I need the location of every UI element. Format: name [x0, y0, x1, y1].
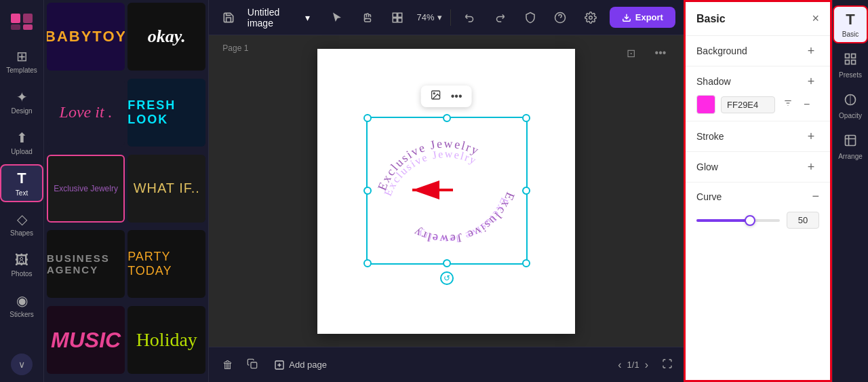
template-babytoy[interactable]: BABYTOY: [47, 3, 125, 71]
page-label: Page 1: [222, 43, 248, 53]
sidebar-item-label-text: Text: [16, 189, 28, 197]
handle-ml[interactable]: [363, 187, 372, 195]
svg-point-10: [589, 16, 592, 19]
fullscreen-button[interactable]: [662, 358, 673, 372]
template-partyday-text: PARTY TODAY: [127, 250, 205, 278]
handle-bl[interactable]: [363, 259, 372, 267]
add-page-button[interactable]: Add page: [269, 357, 332, 373]
right-panel-arrange-label: Arrange: [838, 153, 863, 160]
hand-tool-button[interactable]: [357, 5, 378, 30]
add-page-label: Add page: [289, 360, 327, 370]
curve-minus-button[interactable]: −: [812, 189, 819, 204]
selection-box[interactable]: ↺: [366, 117, 528, 265]
shadow-label: Shadow: [696, 76, 731, 87]
canvas-background[interactable]: ••• ↺: [317, 49, 575, 334]
brand-logo[interactable]: [8, 7, 35, 34]
template-whatif-text: WHAT IF..: [134, 180, 200, 196]
template-freshlook[interactable]: FRESH LOOK: [127, 79, 205, 147]
prev-page-button[interactable]: ‹: [618, 359, 621, 371]
handle-tl[interactable]: [363, 114, 372, 122]
title-dropdown-icon: ▾: [305, 12, 310, 23]
sidebar-item-design[interactable]: ✦ Design: [0, 83, 43, 121]
svg-rect-5: [393, 13, 397, 17]
rotate-handle[interactable]: ↺: [440, 271, 454, 285]
arrange-icon: [844, 134, 857, 151]
stroke-section[interactable]: Stroke +: [686, 121, 830, 152]
svg-rect-4: [364, 18, 370, 22]
curve-slider-thumb[interactable]: [745, 215, 755, 226]
stroke-add-button[interactable]: +: [803, 128, 819, 145]
sidebar-item-text[interactable]: T Text: [0, 164, 43, 202]
handle-br[interactable]: [522, 259, 530, 267]
right-panel-item-opacity[interactable]: Opacity: [833, 87, 868, 125]
page-counter: 1/1: [627, 360, 639, 370]
template-bizagency[interactable]: BUSINESS AGENCY: [47, 230, 125, 298]
next-page-button[interactable]: ›: [645, 359, 648, 371]
sidebar-item-stickers[interactable]: ◉ Stickers: [0, 286, 43, 324]
background-add-button[interactable]: +: [803, 43, 819, 59]
help-button[interactable]: [549, 5, 571, 30]
zoom-control[interactable]: 74% ▾: [417, 12, 442, 22]
page-grid-button[interactable]: ⊡: [618, 41, 643, 65]
curve-section: Curve − 50: [686, 183, 830, 235]
sidebar-item-shapes[interactable]: ◇ Shapes: [0, 205, 43, 243]
cloud-save-button[interactable]: [217, 5, 239, 30]
right-panel-item-basic[interactable]: T Basic: [833, 5, 868, 43]
background-section[interactable]: Background +: [686, 36, 830, 66]
template-holiday[interactable]: Holiday: [127, 306, 205, 374]
handle-mr[interactable]: [522, 187, 530, 195]
glow-section[interactable]: Glow +: [686, 152, 830, 183]
basic-panel-title: Basic: [696, 13, 726, 25]
right-panel-item-presets[interactable]: Presets: [833, 46, 868, 84]
layout-button[interactable]: [387, 5, 408, 30]
glow-label: Glow: [696, 161, 718, 172]
right-panel-item-arrange[interactable]: Arrange: [833, 128, 868, 166]
sidebar-collapse-button[interactable]: ∨: [11, 354, 33, 375]
template-partyday[interactable]: PARTY TODAY: [127, 230, 205, 298]
basic-panel-close-button[interactable]: ×: [812, 12, 819, 26]
handle-tr[interactable]: [522, 114, 530, 122]
sidebar-item-photos[interactable]: 🖼 Photos: [0, 246, 43, 284]
template-whatif[interactable]: WHAT IF..: [127, 155, 205, 223]
handle-mb[interactable]: [443, 259, 451, 267]
svg-rect-25: [846, 60, 850, 64]
document-title[interactable]: Untitled image ▾: [248, 7, 310, 28]
export-button[interactable]: Export: [610, 7, 675, 28]
template-loveit[interactable]: Love it .: [47, 79, 125, 147]
glow-add-button[interactable]: +: [803, 159, 819, 175]
undo-button[interactable]: [459, 5, 481, 30]
template-music[interactable]: MUSIC: [47, 306, 125, 374]
curve-value-display[interactable]: 50: [787, 212, 819, 229]
canvas-more-tool[interactable]: •••: [451, 90, 462, 103]
design-icon: ✦: [16, 89, 28, 105]
shadow-filter-button[interactable]: [781, 97, 795, 112]
template-holiday-text: Holiday: [136, 329, 197, 351]
shield-button[interactable]: [519, 5, 540, 30]
shadow-add-button[interactable]: +: [803, 73, 819, 90]
svg-rect-8: [398, 18, 402, 22]
sidebar-item-label-design: Design: [11, 107, 32, 115]
shadow-controls: +: [803, 73, 819, 90]
duplicate-button[interactable]: [244, 356, 260, 375]
sidebar-item-templates[interactable]: ⊞ Templates: [0, 42, 43, 80]
template-okay[interactable]: okay.: [127, 3, 205, 71]
settings-button[interactable]: [579, 5, 601, 30]
curve-slider-track[interactable]: [696, 219, 780, 222]
export-label: Export: [635, 12, 663, 22]
canvas-wrapper[interactable]: Page 1 ⊡ ••• ••• ↺: [209, 35, 684, 347]
redo-button[interactable]: [489, 5, 511, 30]
canvas-image-tool[interactable]: [431, 90, 441, 103]
template-grid: BABYTOY okay. Love it . FRESH LOOK Exclu…: [44, 0, 208, 382]
sidebar-item-upload[interactable]: ⬆ Upload: [0, 123, 43, 161]
opacity-icon: [844, 93, 857, 110]
svg-rect-2: [11, 24, 20, 30]
page-more-button[interactable]: •••: [648, 41, 673, 65]
template-excjewelry[interactable]: Exclusive Jewelry: [47, 155, 125, 223]
delete-button[interactable]: 🗑: [220, 356, 236, 374]
handle-mt[interactable]: [443, 114, 451, 122]
shadow-color-value[interactable]: FF29E4: [721, 96, 775, 113]
shadow-minus-button[interactable]: −: [801, 97, 812, 112]
shadow-color-swatch[interactable]: [696, 95, 715, 114]
select-tool-button[interactable]: [326, 5, 348, 30]
svg-rect-24: [852, 54, 856, 58]
